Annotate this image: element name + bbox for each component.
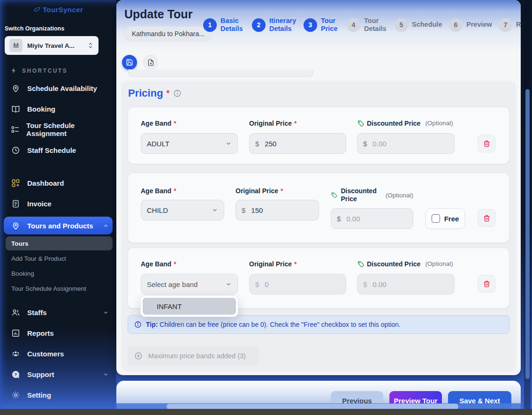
scrolled-field-remnant: [128, 69, 313, 77]
pricing-title: Pricing: [128, 87, 163, 99]
save-icon: [126, 59, 133, 66]
chart-icon: [10, 329, 21, 338]
age-band-dropdown-menu: INFANT: [140, 295, 238, 317]
app-logo-text: TourSyncer: [43, 6, 83, 14]
org-name: Miyiv Travel A...: [27, 42, 83, 49]
info-icon[interactable]: [173, 89, 182, 98]
submenu-item-add-tour-product[interactable]: Add Tour & Product: [6, 251, 113, 265]
free-checkbox-button[interactable]: Free: [426, 208, 465, 229]
sidebar-item-setting[interactable]: Setting: [4, 388, 113, 401]
vertical-scrollbar-thumb[interactable]: [525, 89, 530, 379]
plus-circle-icon: [134, 352, 143, 360]
checklist-icon: [10, 125, 20, 134]
sidebar-item-customers[interactable]: Customers: [4, 347, 113, 360]
age-band-select[interactable]: CHILD: [141, 200, 224, 220]
dropdown-option-infant[interactable]: INFANT: [143, 298, 236, 315]
submenu-item-tours[interactable]: Tours: [6, 236, 113, 250]
sidebar-item-schedule-availability[interactable]: Schedule Availability: [4, 82, 113, 95]
sidebar-item-booking[interactable]: Booking: [4, 102, 113, 115]
app-logo: TourSyncer: [0, 6, 116, 14]
sidebar-item-tours-and-products[interactable]: Tours and Products: [4, 217, 113, 234]
step-review[interactable]: 7 Re: [499, 18, 521, 32]
age-band-label: Age Band*: [141, 186, 224, 195]
submenu-item-booking[interactable]: Booking: [6, 266, 113, 280]
tip-banner: Tip: Children can be free (price can be …: [128, 315, 509, 334]
step-tour-price[interactable]: 3 Tour Price: [304, 17, 342, 33]
chevron-down-icon: [212, 207, 218, 213]
original-price-input[interactable]: $ 0: [249, 274, 346, 294]
discounted-price-label: Discounted Price(Optional): [357, 119, 455, 128]
discounted-price-label: Discounted Price (Optional): [331, 186, 413, 204]
price-band-row-adult: Age Band* ADULT Original Price* $ 250: [128, 107, 509, 164]
original-price-label: Original Price*: [249, 259, 346, 268]
delete-price-band-button[interactable]: [478, 275, 495, 293]
chevron-up-icon: [103, 223, 109, 229]
delete-price-band-button[interactable]: [478, 209, 495, 227]
age-band-select[interactable]: ADULT: [141, 133, 238, 154]
tip-text: Tip: Children can be free (price can be …: [146, 321, 401, 328]
original-price-input[interactable]: $ 250: [249, 133, 346, 154]
tag-icon: [357, 260, 365, 268]
invoice-icon: [10, 199, 21, 208]
os-taskbar: [0, 409, 532, 415]
chevron-down-icon: [103, 309, 109, 316]
up-down-chevrons-icon: [87, 42, 94, 49]
file-download-icon: [147, 59, 154, 66]
sidebar-item-staff-schedule[interactable]: Staff Schedule: [4, 143, 113, 157]
step-tour-details[interactable]: 4 Tour Details: [347, 17, 389, 33]
trash-icon: [483, 280, 491, 288]
sidebar-item-dashboard[interactable]: Dashboard: [4, 176, 113, 189]
original-price-label: Original Price*: [249, 119, 346, 128]
sidebar-item-reports[interactable]: Reports: [4, 326, 113, 340]
organization-selector[interactable]: M Miyiv Travel A...: [5, 36, 99, 55]
switch-organizations-label: Switch Organizations: [5, 25, 112, 32]
info-icon: [134, 321, 142, 328]
tours-submenu: Tours Add Tour & Product Booking Tour Sc…: [6, 236, 113, 295]
discounted-price-input[interactable]: $ 0.00: [357, 274, 455, 294]
export-document-button[interactable]: [143, 55, 158, 70]
pricing-form-panel: Pricing * Age Band* ADULT Original Price…: [121, 81, 516, 371]
original-price-input[interactable]: $ 150: [236, 200, 319, 220]
sidebar-item-invoice[interactable]: Invoice: [4, 197, 113, 210]
currency-prefix: $: [363, 140, 367, 148]
add-price-band-button-disabled[interactable]: Maximum price bands added (3): [128, 346, 259, 366]
currency-prefix: $: [363, 280, 367, 288]
submenu-item-tour-schedule-assignment[interactable]: Tour Schedule Assignment: [6, 281, 113, 295]
currency-prefix: $: [337, 215, 341, 223]
age-band-label: Age Band*: [141, 119, 238, 128]
discounted-price-label: Discounted Price(Optional): [357, 259, 455, 268]
sidebar-item-support[interactable]: ? Support: [4, 368, 113, 381]
form-toolbar: [116, 51, 521, 81]
step-itinerary-details[interactable]: 2 Itinerary Details: [252, 17, 298, 33]
book-icon: [10, 105, 21, 113]
chevron-down-icon: [225, 140, 232, 147]
age-band-select-open[interactable]: Select age band: [141, 274, 238, 294]
discounted-price-input[interactable]: $ 0.00: [357, 133, 455, 154]
discounted-price-input[interactable]: $ 0.00: [331, 208, 413, 229]
chevron-down-icon: [103, 371, 109, 377]
app-window: TourSyncer Switch Organizations M Miyiv …: [0, 0, 532, 415]
currency-prefix: $: [255, 280, 259, 288]
tag-icon: [331, 191, 337, 199]
age-band-label: Age Band*: [141, 259, 238, 268]
gear-icon: [10, 391, 21, 400]
page-title: Update Tour: [124, 8, 192, 21]
wizard-stepper: 1 Basic Details 2 Itinerary Details 3 To…: [203, 12, 521, 38]
trash-icon: [483, 140, 491, 148]
question-icon: ?: [10, 370, 21, 379]
save-button[interactable]: [122, 55, 137, 70]
pricing-section-header: Pricing *: [128, 87, 182, 99]
group-icon: [10, 349, 21, 358]
price-band-row-child: Age Band* CHILD Original Price* $ 150: [128, 173, 509, 243]
step-basic-details[interactable]: 1 Basic Details: [203, 17, 247, 33]
map-pin-icon: [10, 84, 21, 93]
step-schedule[interactable]: 5 Schedule: [395, 18, 444, 32]
chevron-down-icon: [225, 281, 232, 287]
delete-price-band-button[interactable]: [478, 135, 495, 152]
sidebar: TourSyncer Switch Organizations M Miyiv …: [0, 0, 116, 409]
sidebar-item-staffs[interactable]: Staffs: [4, 306, 113, 319]
step-preview[interactable]: 6 Preview: [449, 18, 494, 32]
clock-icon: [10, 146, 21, 155]
zap-icon: [10, 67, 17, 74]
sidebar-item-tour-schedule-assignment[interactable]: Tour Schedule Assignment: [4, 123, 113, 136]
